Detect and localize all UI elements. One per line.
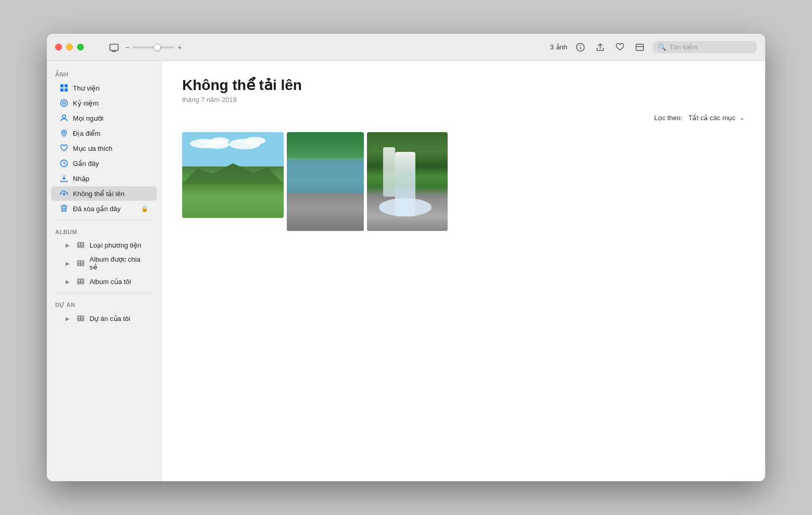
share-button[interactable] (593, 41, 607, 54)
recents-icon (59, 159, 69, 168)
svg-rect-29 (81, 261, 84, 263)
svg-point-15 (64, 132, 65, 133)
filter-label: Lọc theo: (654, 114, 682, 122)
app-window: − + 3 ảnh (47, 34, 765, 481)
search-box: 🔍 (653, 41, 757, 53)
sidebar-label-loai-phuong-tien: Loại phương tiện (90, 241, 148, 249)
svg-rect-8 (60, 84, 64, 87)
svg-rect-40 (78, 319, 81, 320)
svg-rect-25 (78, 246, 81, 247)
sidebar-item-muc-ua-thich[interactable]: Mục ưa thích (51, 141, 157, 156)
library-icon (59, 83, 69, 93)
layout-button[interactable] (633, 41, 646, 54)
filter-value: Tất cả các mục (689, 114, 735, 122)
sidebar-divider-2 (55, 293, 153, 293)
fullscreen-button[interactable] (77, 44, 84, 50)
sidebar-item-da-xoa-gan-day[interactable]: Đã xóa gần đây 🔒 (51, 201, 157, 216)
sidebar-label-dia-diem: Địa điểm (73, 130, 148, 137)
sidebar-label-album-cua-toi: Album của tôi (90, 278, 148, 286)
photo-count: 3 ảnh (550, 43, 567, 51)
sidebar-label-nhap: Nhập (73, 175, 148, 183)
svg-point-13 (63, 102, 66, 105)
main-content: Ảnh Thư viện (47, 61, 765, 481)
filter-button[interactable]: Lọc theo: Tất cả các mục ⌄ (654, 114, 744, 122)
photo-item-1[interactable] (182, 132, 284, 218)
shared-album-icon (76, 259, 85, 268)
chevron-right-icon-4: ▶ (66, 316, 70, 321)
sidebar: Ảnh Thư viện (47, 61, 161, 481)
sidebar-label-moi-nguoi: Mọi người (73, 114, 148, 122)
sidebar-item-ky-niem[interactable]: Kỷ niệm (51, 96, 157, 110)
content-header: Không thể tải lên tháng 7 năm 2018 (182, 76, 744, 104)
sidebar-label-album-duoc-chia-se: Album được chia sẻ (90, 255, 148, 271)
svg-rect-35 (78, 282, 81, 284)
search-input[interactable] (669, 43, 752, 51)
zoom-out-button[interactable]: − (125, 43, 130, 52)
waterfall-foam (379, 198, 432, 216)
slideshow-button[interactable] (107, 40, 121, 55)
sidebar-item-khong-the-tai-len[interactable]: Không thể tải lên (51, 186, 157, 201)
svg-rect-28 (78, 261, 81, 263)
clouds-decoration (187, 136, 278, 160)
import-icon (59, 174, 69, 183)
svg-point-12 (61, 100, 68, 107)
close-button[interactable] (55, 44, 62, 50)
sidebar-item-gan-day[interactable]: Gần đây (51, 156, 157, 171)
people-icon (59, 113, 69, 123)
svg-rect-41 (81, 319, 84, 320)
titlebar: − + 3 ảnh (47, 34, 765, 61)
svg-rect-31 (81, 264, 84, 265)
sidebar-label-gan-day: Gần đây (73, 160, 148, 168)
minimize-button[interactable] (66, 44, 73, 50)
chevron-right-icon-3: ▶ (66, 279, 70, 285)
sidebar-label-da-xoa-gan-day: Đã xóa gần đây (73, 205, 137, 213)
sidebar-label-muc-ua-thich: Mục ưa thích (73, 145, 148, 152)
sidebar-item-album-cua-toi[interactable]: ▶ Album của tôi (51, 274, 157, 289)
search-icon: 🔍 (658, 43, 666, 51)
filter-chevron-icon: ⌄ (740, 114, 744, 121)
svg-rect-9 (65, 84, 68, 87)
unable-upload-icon (59, 189, 69, 198)
svg-rect-30 (78, 264, 81, 265)
svg-rect-10 (60, 88, 64, 92)
chevron-right-icon-2: ▶ (66, 261, 70, 266)
content-area: Không thể tải lên tháng 7 năm 2018 Lọc t… (161, 61, 765, 481)
page-subtitle: tháng 7 năm 2018 (182, 96, 744, 104)
sidebar-item-moi-nguoi[interactable]: Mọi người (51, 111, 157, 125)
svg-point-14 (62, 115, 66, 118)
zoom-in-button[interactable]: + (177, 43, 182, 52)
sidebar-item-album-duoc-chia-se[interactable]: ▶ Album được chia sẻ (51, 253, 157, 274)
sidebar-item-loai-phuong-tien[interactable]: ▶ Loại phương tiện (51, 238, 157, 252)
zoom-thumb[interactable] (154, 44, 161, 51)
filter-row: Lọc theo: Tất cả các mục ⌄ (182, 114, 744, 122)
sidebar-section-anh: Ảnh (47, 67, 161, 80)
sidebar-label-thu-vien: Thư viện (73, 84, 148, 92)
mountain-decoration (182, 158, 284, 184)
svg-rect-23 (78, 243, 81, 245)
favorite-button[interactable] (613, 41, 627, 54)
photo-grid (182, 132, 744, 231)
sidebar-item-du-an-cua-toi[interactable]: ▶ Dự án của tôi (51, 311, 157, 326)
chevron-right-icon: ▶ (66, 242, 70, 248)
info-button[interactable] (574, 41, 587, 54)
recently-deleted-icon (59, 204, 69, 213)
sidebar-section-du-an: Dự án (47, 298, 161, 311)
sidebar-item-thu-vien[interactable]: Thư viện (51, 81, 157, 95)
toolbar-center: − + (107, 40, 550, 55)
zoom-slider: − + (125, 43, 182, 52)
my-album-icon (76, 277, 85, 286)
sidebar-item-nhap[interactable]: Nhập (51, 171, 157, 186)
photo-item-3[interactable] (367, 132, 448, 231)
sidebar-section-album: Album (47, 225, 161, 237)
photo-item-2[interactable] (287, 132, 364, 231)
places-icon (59, 128, 69, 138)
svg-rect-38 (78, 316, 81, 318)
sidebar-label-ky-niem: Kỷ niệm (73, 99, 148, 107)
traffic-lights (55, 44, 84, 50)
svg-rect-24 (81, 243, 84, 245)
svg-rect-36 (81, 282, 84, 284)
favorites-icon (59, 144, 69, 153)
sidebar-item-dia-diem[interactable]: Địa điểm (51, 126, 157, 140)
svg-rect-33 (78, 279, 81, 281)
sidebar-label-khong-the-tai-len: Không thể tải lên (73, 190, 148, 198)
